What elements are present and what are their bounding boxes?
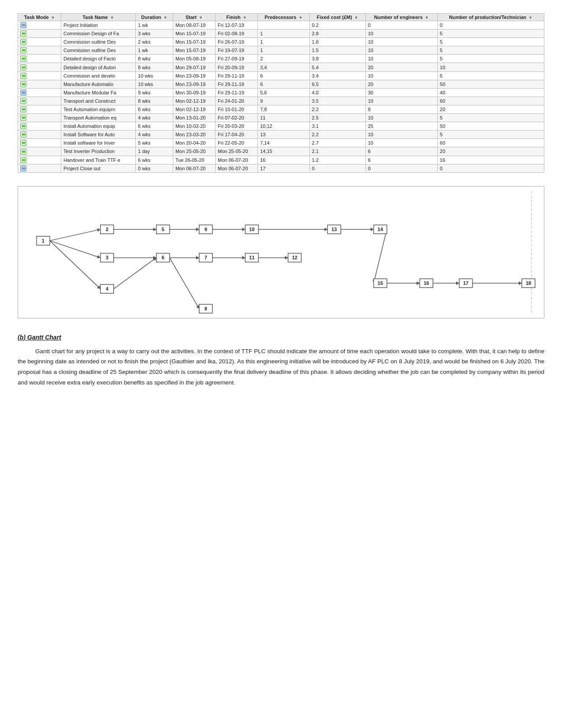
cell-engineers: 8 bbox=[365, 105, 437, 113]
cell-start: Mon 23-03-20 bbox=[173, 131, 215, 139]
cell-mode bbox=[18, 105, 61, 113]
table-row: Install software for Inver 5 wks Mon 20-… bbox=[18, 139, 544, 147]
gantt-section: (b) Gantt Chart Gantt chart for any proj… bbox=[18, 334, 544, 388]
cell-fixed-cost: 6.5 bbox=[309, 80, 365, 88]
cell-predecessors: 6 bbox=[258, 80, 309, 88]
col-header-name[interactable]: Task Name ▼ bbox=[61, 14, 135, 21]
col-header-mode[interactable]: Task Mode ▼ bbox=[18, 14, 61, 21]
cell-technicians: 0 bbox=[437, 164, 544, 172]
cell-engineers: 10 bbox=[365, 97, 437, 105]
cell-fixed-cost: 2.5 bbox=[309, 114, 365, 122]
col-header-predecessors[interactable]: Predecessors ▼ bbox=[258, 14, 309, 21]
cell-engineers: 6 bbox=[365, 156, 437, 164]
col-header-fixed-cost[interactable]: Fixed cost (£M) ▼ bbox=[309, 14, 365, 21]
cell-engineers: 0 bbox=[365, 21, 437, 30]
cell-mode bbox=[18, 30, 61, 38]
svg-text:4: 4 bbox=[106, 286, 109, 291]
cell-mode bbox=[18, 46, 61, 55]
svg-marker-14 bbox=[196, 256, 199, 259]
cell-start: Mon 20-04-20 bbox=[173, 139, 215, 147]
cell-predecessors: 9 bbox=[258, 97, 309, 105]
table-row: Test Automation equipm 6 wks Mon 02-12-1… bbox=[18, 105, 544, 113]
svg-text:8: 8 bbox=[205, 306, 207, 311]
cell-duration: 1 wk bbox=[136, 46, 173, 55]
cell-predecessors: 16 bbox=[258, 156, 309, 164]
svg-marker-20 bbox=[242, 256, 245, 259]
cell-name: Commission Design of Fa bbox=[61, 30, 135, 38]
cell-predecessors: 6 bbox=[258, 71, 309, 80]
cell-fixed-cost: 3.1 bbox=[309, 122, 365, 131]
cell-name: Handover and Train TTF e bbox=[61, 156, 135, 164]
col-header-engineers[interactable]: Number of engineers ▼ bbox=[365, 14, 437, 21]
svg-line-27 bbox=[374, 229, 387, 283]
cell-mode bbox=[18, 21, 61, 30]
svg-text:1: 1 bbox=[42, 238, 45, 243]
cell-predecessors: 11 bbox=[258, 114, 309, 122]
cell-name: Install Automation equip bbox=[61, 122, 135, 131]
table-row: Commission outline Des 1 wk Mon 15-07-19… bbox=[18, 46, 544, 55]
cell-finish: Fri 10-01-20 bbox=[216, 105, 258, 113]
table-row: Manufacture Automatio 10 wks Mon 23-09-1… bbox=[18, 80, 544, 88]
col-header-duration[interactable]: Duration ▼ bbox=[136, 14, 173, 21]
cell-duration: 8 wks bbox=[136, 55, 173, 63]
cell-predecessors: 2 bbox=[258, 55, 309, 63]
table-row: Project Close out 0 wks Mon 06-07-20 Mon… bbox=[18, 164, 544, 172]
svg-line-4 bbox=[50, 241, 100, 289]
task-table-wrapper: Task Mode ▼ Task Name ▼ Duration ▼ Start… bbox=[18, 13, 544, 173]
col-header-start[interactable]: Start ▼ bbox=[173, 14, 215, 21]
cell-finish: Fri 29-11-19 bbox=[216, 71, 258, 80]
cell-duration: 8 wks bbox=[136, 63, 173, 71]
cell-engineers: 10 bbox=[365, 55, 437, 63]
cell-technicians: 50 bbox=[437, 122, 544, 131]
cell-name: Project Close out bbox=[61, 164, 135, 172]
table-row: Commission outline Des 2 wks Mon 15-07-1… bbox=[18, 38, 544, 46]
cell-duration: 9 wks bbox=[136, 88, 173, 97]
cell-start: Tue 26-05-20 bbox=[173, 156, 215, 164]
cell-start: Mon 08-07-19 bbox=[173, 21, 215, 30]
network-svg: 123456789101112131415161718 bbox=[18, 187, 544, 318]
cell-name: Project Initiation bbox=[61, 21, 135, 30]
cell-duration: 6 wks bbox=[136, 105, 173, 113]
cell-duration: 4 wks bbox=[136, 114, 173, 122]
col-header-finish[interactable]: Finish ▼ bbox=[216, 14, 258, 21]
cell-start: Mon 02-12-19 bbox=[173, 105, 215, 113]
cell-mode bbox=[18, 88, 61, 97]
table-row: Commission Design of Fa 3 wks Mon 15-07-… bbox=[18, 30, 544, 38]
cell-name: Test Inverter Production bbox=[61, 147, 135, 156]
cell-technicians: 20 bbox=[437, 105, 544, 113]
svg-text:3: 3 bbox=[106, 255, 108, 260]
cell-predecessors: 10,12 bbox=[258, 122, 309, 131]
cell-finish: Mon 25-05-20 bbox=[216, 147, 258, 156]
cell-engineers: 10 bbox=[365, 131, 437, 139]
cell-mode bbox=[18, 156, 61, 164]
cell-start: Mon 06-07-20 bbox=[173, 164, 215, 172]
cell-duration: 10 wks bbox=[136, 71, 173, 80]
cell-predecessors: 7,8 bbox=[258, 105, 309, 113]
cell-name: Install software for Inver bbox=[61, 139, 135, 147]
svg-line-2 bbox=[50, 241, 100, 258]
svg-text:16: 16 bbox=[424, 280, 429, 286]
svg-text:2: 2 bbox=[106, 227, 108, 232]
cell-technicians: 20 bbox=[437, 147, 544, 156]
cell-mode bbox=[18, 55, 61, 63]
cell-fixed-cost: 3.5 bbox=[309, 97, 365, 105]
cell-technicians: 5 bbox=[437, 46, 544, 55]
cell-start: Mon 23-09-19 bbox=[173, 80, 215, 88]
svg-marker-34 bbox=[519, 281, 522, 285]
svg-text:9: 9 bbox=[205, 227, 207, 232]
cell-fixed-cost: 2.1 bbox=[309, 147, 365, 156]
cell-mode bbox=[18, 114, 61, 122]
cell-technicians: 40 bbox=[437, 88, 544, 97]
cell-mode bbox=[18, 80, 61, 88]
cell-finish: Fri 02-08-19 bbox=[216, 30, 258, 38]
cell-start: Mon 13-01-20 bbox=[173, 114, 215, 122]
cell-technicians: 5 bbox=[437, 114, 544, 122]
cell-engineers: 10 bbox=[365, 139, 437, 147]
cell-name: Commission and develo bbox=[61, 71, 135, 80]
cell-engineers: 20 bbox=[365, 80, 437, 88]
col-header-technicians[interactable]: Number of production/Technician ▼ bbox=[437, 14, 544, 21]
svg-text:6: 6 bbox=[162, 255, 164, 260]
cell-start: Mon 15-07-19 bbox=[173, 30, 215, 38]
cell-start: Mon 29-07-19 bbox=[173, 63, 215, 71]
cell-engineers: 30 bbox=[365, 88, 437, 97]
